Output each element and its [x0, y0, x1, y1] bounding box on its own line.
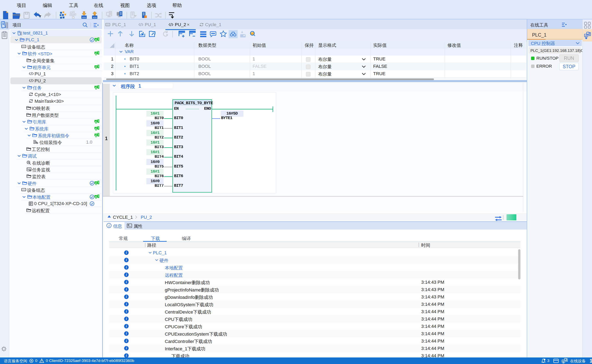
- svg-text:IIOO: IIOO: [22, 189, 25, 191]
- svg-text:IIOO: IIOO: [93, 17, 97, 19]
- svg-text:IIOO: IIOO: [106, 24, 109, 26]
- svg-text:IIOO: IIOO: [82, 17, 86, 19]
- svg-text:IIOO: IIOO: [22, 46, 25, 47]
